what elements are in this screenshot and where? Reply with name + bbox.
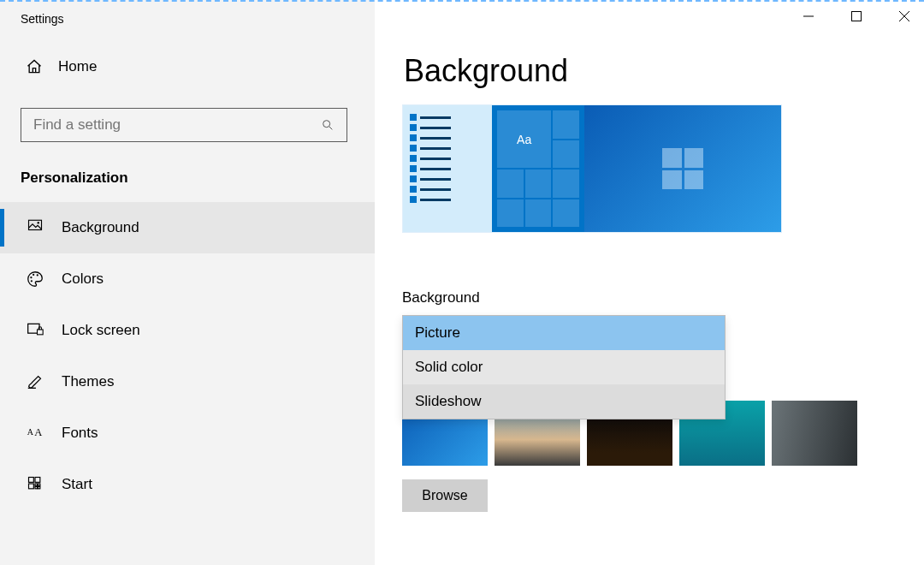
settings-window: Settings Home Personalization Background xyxy=(0,0,924,565)
sidebar-item-label: Fonts xyxy=(62,425,98,442)
sidebar-item-label: Background xyxy=(62,219,139,236)
search-input[interactable] xyxy=(33,116,321,134)
window-controls xyxy=(796,3,917,29)
svg-rect-15 xyxy=(29,484,34,489)
svg-point-7 xyxy=(31,280,33,282)
svg-rect-13 xyxy=(29,478,34,483)
picture-icon xyxy=(26,218,44,237)
svg-point-3 xyxy=(38,222,39,223)
preview-taskbar xyxy=(403,105,492,232)
svg-text:A: A xyxy=(27,427,34,437)
palette-icon xyxy=(26,270,44,288)
sidebar-item-label: Start xyxy=(62,476,92,493)
dropdown-option-picture[interactable]: Picture xyxy=(403,316,725,350)
preview-start: Aa xyxy=(492,105,584,232)
svg-rect-21 xyxy=(852,12,862,21)
maximize-button[interactable] xyxy=(844,3,869,29)
app-title: Settings xyxy=(0,12,375,50)
lock-icon xyxy=(26,321,44,340)
desktop-preview: Aa xyxy=(402,104,782,233)
sidebar-item-background[interactable]: Background xyxy=(0,202,375,253)
font-icon: AA xyxy=(26,424,44,443)
svg-point-6 xyxy=(37,274,38,276)
svg-rect-9 xyxy=(38,330,44,335)
sidebar-item-colors[interactable]: Colors xyxy=(0,253,375,305)
sidebar-item-lock-screen[interactable]: Lock screen xyxy=(0,305,375,356)
svg-rect-14 xyxy=(35,478,40,483)
svg-line-1 xyxy=(329,127,332,129)
dropdown-option-solid-color[interactable]: Solid color xyxy=(403,350,725,384)
picture-thumb[interactable] xyxy=(772,401,857,466)
svg-rect-19 xyxy=(38,486,40,489)
background-dropdown[interactable]: Picture Solid color Slideshow xyxy=(402,315,726,419)
close-button[interactable] xyxy=(891,3,917,29)
sidebar-item-label: Themes xyxy=(62,373,114,390)
sidebar-item-label: Colors xyxy=(62,271,104,288)
windows-logo-icon xyxy=(662,148,703,189)
svg-rect-16 xyxy=(35,484,38,486)
svg-text:A: A xyxy=(34,426,42,438)
dropdown-option-slideshow[interactable]: Slideshow xyxy=(403,384,725,419)
content-area: Background Aa xyxy=(375,0,924,565)
sidebar-item-fonts[interactable]: AA Fonts xyxy=(0,407,375,459)
svg-rect-2 xyxy=(29,220,42,229)
sidebar-item-themes[interactable]: Themes xyxy=(0,356,375,407)
browse-button[interactable]: Browse xyxy=(402,479,488,512)
svg-rect-17 xyxy=(38,484,40,486)
search-box[interactable] xyxy=(21,108,347,142)
sidebar-item-label: Lock screen xyxy=(62,322,140,339)
svg-point-4 xyxy=(30,277,32,278)
search-icon xyxy=(321,118,335,132)
preview-sample-text-tile: Aa xyxy=(497,110,551,168)
svg-rect-18 xyxy=(35,486,38,489)
section-title: Personalization xyxy=(0,142,375,202)
home-icon xyxy=(26,58,43,75)
sidebar: Settings Home Personalization Background xyxy=(0,0,375,565)
background-dropdown-label: Background xyxy=(402,289,924,306)
start-icon xyxy=(26,475,44,494)
home-label: Home xyxy=(58,58,97,75)
svg-point-5 xyxy=(33,274,34,276)
svg-point-0 xyxy=(323,121,330,128)
home-button[interactable]: Home xyxy=(0,50,375,86)
sidebar-item-start[interactable]: Start xyxy=(0,459,375,510)
minimize-button[interactable] xyxy=(796,3,821,29)
brush-icon xyxy=(26,372,44,391)
preview-wallpaper xyxy=(584,105,781,232)
